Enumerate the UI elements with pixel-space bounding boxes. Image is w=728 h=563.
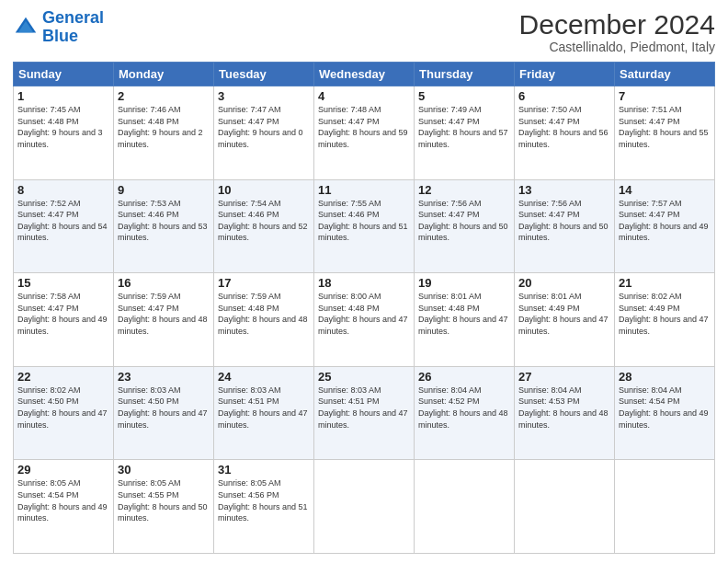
logo: General Blue — [13, 9, 104, 46]
calendar-cell: 28 Sunrise: 8:04 AMSunset: 4:54 PMDaylig… — [615, 366, 715, 460]
day-info: Sunrise: 7:57 AMSunset: 4:47 PMDaylight:… — [619, 199, 709, 243]
calendar-cell: 22 Sunrise: 8:02 AMSunset: 4:50 PMDaylig… — [14, 366, 114, 460]
calendar-cell: 10 Sunrise: 7:54 AMSunset: 4:46 PMDaylig… — [214, 179, 314, 273]
day-info: Sunrise: 7:50 AMSunset: 4:47 PMDaylight:… — [518, 105, 609, 149]
calendar-cell: 23 Sunrise: 8:03 AMSunset: 4:50 PMDaylig… — [114, 366, 214, 460]
day-number: 28 — [619, 370, 711, 384]
column-header-thursday: Thursday — [415, 63, 515, 86]
logo-general: General — [42, 8, 104, 27]
day-info: Sunrise: 8:05 AMSunset: 4:55 PMDaylight:… — [118, 478, 208, 523]
day-info: Sunrise: 8:02 AMSunset: 4:50 PMDaylight:… — [17, 385, 108, 430]
calendar-cell: 2 Sunrise: 7:46 AMSunset: 4:48 PMDayligh… — [114, 86, 214, 180]
day-number: 16 — [118, 276, 210, 290]
day-number: 24 — [218, 370, 310, 384]
calendar-cell — [615, 460, 715, 554]
day-number: 18 — [318, 276, 410, 290]
day-number: 6 — [518, 89, 610, 103]
header: General Blue December 2024 Castellinaldo… — [13, 9, 715, 54]
calendar-cell: 16 Sunrise: 7:59 AMSunset: 4:47 PMDaylig… — [114, 273, 214, 367]
calendar-cell: 12 Sunrise: 7:56 AMSunset: 4:47 PMDaylig… — [415, 179, 515, 273]
header-row: SundayMondayTuesdayWednesdayThursdayFrid… — [14, 63, 715, 86]
column-header-wednesday: Wednesday — [314, 63, 415, 86]
calendar-cell: 29 Sunrise: 8:05 AMSunset: 4:54 PMDaylig… — [14, 460, 114, 554]
calendar-cell: 21 Sunrise: 8:02 AMSunset: 4:49 PMDaylig… — [615, 273, 715, 367]
day-number: 12 — [418, 183, 510, 197]
calendar-cell: 24 Sunrise: 8:03 AMSunset: 4:51 PMDaylig… — [214, 366, 314, 460]
day-info: Sunrise: 7:45 AMSunset: 4:48 PMDaylight:… — [17, 105, 103, 149]
day-info: Sunrise: 8:03 AMSunset: 4:50 PMDaylight:… — [118, 385, 208, 430]
day-number: 30 — [118, 463, 210, 477]
calendar-body: 1 Sunrise: 7:45 AMSunset: 4:48 PMDayligh… — [14, 86, 715, 554]
day-info: Sunrise: 7:56 AMSunset: 4:47 PMDaylight:… — [418, 199, 508, 243]
calendar-cell: 11 Sunrise: 7:55 AMSunset: 4:46 PMDaylig… — [314, 179, 415, 273]
calendar-cell: 27 Sunrise: 8:04 AMSunset: 4:53 PMDaylig… — [515, 366, 615, 460]
calendar-cell: 7 Sunrise: 7:51 AMSunset: 4:47 PMDayligh… — [615, 86, 715, 180]
calendar-cell — [515, 460, 615, 554]
calendar-cell: 9 Sunrise: 7:53 AMSunset: 4:46 PMDayligh… — [114, 179, 214, 273]
day-info: Sunrise: 8:05 AMSunset: 4:56 PMDaylight:… — [218, 478, 308, 523]
calendar-cell: 15 Sunrise: 7:58 AMSunset: 4:47 PMDaylig… — [14, 273, 114, 367]
day-info: Sunrise: 7:49 AMSunset: 4:47 PMDaylight:… — [418, 105, 508, 149]
calendar-cell: 17 Sunrise: 7:59 AMSunset: 4:48 PMDaylig… — [214, 273, 314, 367]
day-info: Sunrise: 7:53 AMSunset: 4:46 PMDaylight:… — [118, 199, 208, 243]
logo-icon — [13, 15, 39, 40]
day-info: Sunrise: 7:54 AMSunset: 4:46 PMDaylight:… — [218, 199, 308, 243]
calendar-cell: 3 Sunrise: 7:47 AMSunset: 4:47 PMDayligh… — [214, 86, 314, 180]
calendar-cell: 19 Sunrise: 8:01 AMSunset: 4:48 PMDaylig… — [415, 273, 515, 367]
calendar-header: SundayMondayTuesdayWednesdayThursdayFrid… — [14, 63, 715, 86]
calendar-cell: 30 Sunrise: 8:05 AMSunset: 4:55 PMDaylig… — [114, 460, 214, 554]
day-number: 1 — [17, 89, 109, 103]
calendar-cell — [314, 460, 415, 554]
day-number: 10 — [218, 183, 310, 197]
day-info: Sunrise: 7:56 AMSunset: 4:47 PMDaylight:… — [518, 199, 609, 243]
calendar-table: SundayMondayTuesdayWednesdayThursdayFrid… — [13, 62, 715, 554]
day-info: Sunrise: 7:51 AMSunset: 4:47 PMDaylight:… — [619, 105, 709, 149]
day-info: Sunrise: 8:01 AMSunset: 4:48 PMDaylight:… — [418, 292, 508, 336]
day-info: Sunrise: 7:59 AMSunset: 4:47 PMDaylight:… — [118, 292, 208, 336]
calendar-cell: 20 Sunrise: 8:01 AMSunset: 4:49 PMDaylig… — [515, 273, 615, 367]
day-number: 29 — [17, 463, 109, 477]
day-number: 9 — [118, 183, 210, 197]
day-number: 15 — [17, 276, 109, 290]
day-number: 13 — [518, 183, 610, 197]
calendar-cell: 8 Sunrise: 7:52 AMSunset: 4:47 PMDayligh… — [14, 179, 114, 273]
day-number: 8 — [17, 183, 109, 197]
day-number: 27 — [518, 370, 610, 384]
day-info: Sunrise: 8:02 AMSunset: 4:49 PMDaylight:… — [619, 292, 709, 336]
week-row-3: 15 Sunrise: 7:58 AMSunset: 4:47 PMDaylig… — [14, 273, 715, 367]
calendar-cell: 18 Sunrise: 8:00 AMSunset: 4:48 PMDaylig… — [314, 273, 415, 367]
day-info: Sunrise: 8:05 AMSunset: 4:54 PMDaylight:… — [17, 478, 108, 523]
day-info: Sunrise: 7:58 AMSunset: 4:47 PMDaylight:… — [17, 292, 108, 336]
column-header-tuesday: Tuesday — [214, 63, 314, 86]
day-number: 22 — [17, 370, 109, 384]
day-number: 23 — [118, 370, 210, 384]
week-row-4: 22 Sunrise: 8:02 AMSunset: 4:50 PMDaylig… — [14, 366, 715, 460]
day-info: Sunrise: 7:48 AMSunset: 4:47 PMDaylight:… — [318, 105, 408, 149]
day-number: 21 — [619, 276, 711, 290]
day-number: 3 — [218, 89, 310, 103]
day-info: Sunrise: 8:03 AMSunset: 4:51 PMDaylight:… — [318, 385, 408, 430]
week-row-2: 8 Sunrise: 7:52 AMSunset: 4:47 PMDayligh… — [14, 179, 715, 273]
column-header-friday: Friday — [515, 63, 615, 86]
day-number: 11 — [318, 183, 410, 197]
day-number: 26 — [418, 370, 510, 384]
logo-text: General Blue — [42, 9, 104, 46]
day-info: Sunrise: 7:59 AMSunset: 4:48 PMDaylight:… — [218, 292, 308, 336]
day-info: Sunrise: 8:04 AMSunset: 4:54 PMDaylight:… — [619, 385, 709, 430]
day-number: 7 — [619, 89, 711, 103]
calendar-cell: 31 Sunrise: 8:05 AMSunset: 4:56 PMDaylig… — [214, 460, 314, 554]
day-number: 20 — [518, 276, 610, 290]
day-number: 25 — [318, 370, 410, 384]
day-info: Sunrise: 7:55 AMSunset: 4:46 PMDaylight:… — [318, 199, 408, 243]
day-number: 5 — [418, 89, 510, 103]
calendar-cell: 13 Sunrise: 7:56 AMSunset: 4:47 PMDaylig… — [515, 179, 615, 273]
day-info: Sunrise: 7:47 AMSunset: 4:47 PMDaylight:… — [218, 105, 303, 149]
column-header-monday: Monday — [114, 63, 214, 86]
calendar-cell: 4 Sunrise: 7:48 AMSunset: 4:47 PMDayligh… — [314, 86, 415, 180]
day-info: Sunrise: 8:00 AMSunset: 4:48 PMDaylight:… — [318, 292, 408, 336]
day-number: 31 — [218, 463, 310, 477]
calendar-cell: 14 Sunrise: 7:57 AMSunset: 4:47 PMDaylig… — [615, 179, 715, 273]
day-number: 4 — [318, 89, 410, 103]
calendar-cell: 26 Sunrise: 8:04 AMSunset: 4:52 PMDaylig… — [415, 366, 515, 460]
day-number: 17 — [218, 276, 310, 290]
